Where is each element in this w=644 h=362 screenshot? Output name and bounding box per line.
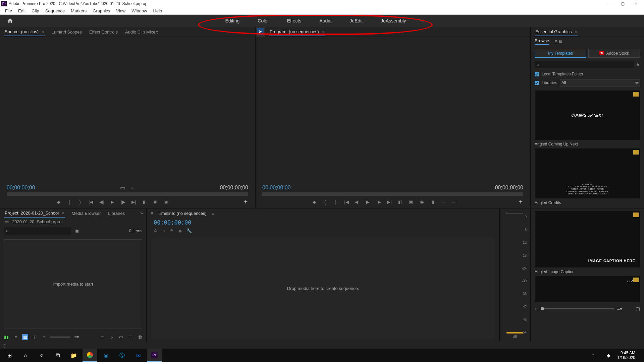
- eg-search-input[interactable]: [535, 61, 634, 68]
- thumb-size-slider[interactable]: [541, 308, 613, 309]
- menu-window[interactable]: Window: [128, 7, 150, 14]
- zoom-slider-thumb-icon[interactable]: ○: [41, 334, 47, 340]
- selection-tool-icon[interactable]: ➤: [257, 28, 264, 35]
- tab-lumetri[interactable]: Lumetri Scopes: [51, 27, 83, 36]
- comparison-icon[interactable]: ◨: [429, 199, 435, 205]
- source-scrubber[interactable]: [7, 192, 248, 196]
- workspace-juedit[interactable]: JuEdit: [343, 15, 369, 27]
- workspace-effects[interactable]: Effects: [281, 15, 308, 27]
- export-frame-icon[interactable]: ◉: [163, 199, 169, 205]
- tab-timeline[interactable]: Timeline: (no sequences) ≡: [157, 209, 215, 217]
- zoom-slider[interactable]: [50, 337, 70, 338]
- prog-step-back-icon[interactable]: ◀|: [354, 199, 360, 205]
- overwrite-icon[interactable]: ▣: [152, 199, 158, 205]
- eg-tab-browse[interactable]: Browse: [535, 38, 549, 45]
- teamviewer-icon[interactable]: ◎: [99, 349, 113, 362]
- find-icon[interactable]: ⌕: [109, 334, 115, 340]
- prog-in-icon[interactable]: {: [322, 199, 328, 205]
- workspace-juassembly[interactable]: JuAssembly: [375, 15, 412, 27]
- minimize-icon[interactable]: —: [602, 0, 616, 7]
- play-icon[interactable]: ▶: [109, 199, 115, 205]
- favorite-icon[interactable]: ★: [636, 62, 640, 67]
- clock[interactable]: 9:45 AM 1/16/2020: [618, 351, 639, 360]
- prog-marker-icon[interactable]: ◆: [311, 199, 317, 205]
- search-taskbar-icon[interactable]: ⌕: [18, 349, 33, 362]
- show-desktop[interactable]: [640, 349, 642, 362]
- prog-out-icon[interactable]: }: [333, 199, 339, 205]
- workspace-overflow-icon[interactable]: »: [418, 18, 425, 23]
- skype-icon[interactable]: Ⓢ: [115, 349, 129, 362]
- sort-icon[interactable]: ≡▾: [74, 334, 80, 340]
- tab-audio-clip-mixer[interactable]: Audio Clip Mixer:: [124, 27, 159, 36]
- menu-sequence[interactable]: Sequence: [42, 7, 68, 14]
- prog-step-fwd-icon[interactable]: |▶: [376, 199, 382, 205]
- menu-graphics[interactable]: Graphics: [90, 7, 113, 14]
- timeline-timecode[interactable]: 00;00;00;00: [147, 217, 499, 227]
- freeform-view-icon[interactable]: ◫: [32, 334, 38, 340]
- workspace-audio[interactable]: Audio: [313, 15, 337, 27]
- source-timecode-left[interactable]: 00;00;00;00: [7, 185, 35, 191]
- tab-program[interactable]: Program: (no sequences)≡: [269, 27, 325, 36]
- in-icon[interactable]: {: [66, 199, 72, 205]
- icon-view-icon[interactable]: ▦: [22, 334, 28, 340]
- template-thumb-4[interactable]: LIVE: [535, 276, 640, 302]
- tab-source[interactable]: Source: (no clips)≡: [4, 27, 45, 36]
- install-template-icon[interactable]: ▢: [636, 306, 640, 311]
- timeline-dropzone[interactable]: Drop media here to create sequence.: [152, 238, 494, 339]
- prog-goto-in2-icon[interactable]: |←: [440, 199, 446, 205]
- close-icon[interactable]: ✕: [629, 0, 643, 7]
- sort-templates-icon[interactable]: ≡▾: [617, 306, 622, 311]
- task-view-icon[interactable]: ⧉: [50, 349, 65, 362]
- step-fwd-icon[interactable]: |▶: [120, 199, 126, 205]
- template-thumb-1[interactable]: COMING UP NEXT: [535, 90, 640, 140]
- add-marker-icon[interactable]: ⚑: [170, 228, 174, 233]
- prog-goto-out2-icon[interactable]: →|: [451, 199, 457, 205]
- timeline-marker-icon[interactable]: ◆: [178, 228, 182, 233]
- tray-app-icon[interactable]: ◆: [601, 349, 616, 362]
- tab-media-browser[interactable]: Media Browser: [71, 209, 102, 217]
- eg-pill-my-templates[interactable]: My Templates: [535, 49, 586, 58]
- extract-icon[interactable]: ▣: [408, 199, 414, 205]
- maximize-icon[interactable]: ▢: [616, 0, 629, 7]
- tab-essential-graphics[interactable]: Essential Graphics≡: [535, 27, 578, 36]
- menu-file[interactable]: File: [2, 7, 15, 14]
- linked-selection-icon[interactable]: ∩: [162, 228, 165, 233]
- list-view-icon[interactable]: ≡: [13, 334, 19, 340]
- menu-view[interactable]: View: [113, 7, 128, 14]
- new-item-icon[interactable]: ▢: [127, 334, 133, 340]
- goto-in-icon[interactable]: |◀: [88, 199, 94, 205]
- template-thumb-3[interactable]: IMAGE CAPTION HERE: [535, 211, 640, 267]
- prog-goto-out-icon[interactable]: ▶|: [386, 199, 392, 205]
- thumb-size-slider-thumb-icon[interactable]: ○: [535, 306, 537, 311]
- premiere-taskbar-icon[interactable]: Pr: [147, 349, 162, 362]
- menu-help[interactable]: Help: [150, 7, 165, 14]
- chrome-icon[interactable]: [83, 349, 97, 362]
- menu-edit[interactable]: Edit: [15, 7, 29, 14]
- menu-markers[interactable]: Markers: [68, 7, 90, 14]
- template-thumb-2[interactable]: COMPANYTITLE OF FILM · DIRECTOR · PRODUC…: [535, 148, 640, 198]
- tab-libraries[interactable]: Libraries: [107, 209, 125, 217]
- automate-icon[interactable]: ▭: [99, 334, 105, 340]
- chk-local-templates[interactable]: [535, 72, 539, 76]
- new-bin-icon[interactable]: ▭: [118, 334, 124, 340]
- start-icon[interactable]: ⊞: [2, 349, 17, 362]
- project-dropzone[interactable]: Import media to start: [4, 239, 142, 328]
- delete-icon[interactable]: 🗑: [137, 334, 143, 340]
- out-icon[interactable]: }: [77, 199, 83, 205]
- close-timeline-icon[interactable]: ×: [151, 211, 153, 215]
- step-back-icon[interactable]: ◀|: [99, 199, 105, 205]
- menu-clip[interactable]: Clip: [29, 7, 42, 14]
- prog-play-icon[interactable]: ▶: [365, 199, 371, 205]
- program-scrubber[interactable]: [262, 192, 523, 196]
- workspace-editing[interactable]: Editing: [219, 15, 246, 27]
- tray-overflow-icon[interactable]: ⌃: [585, 349, 600, 362]
- insert-icon[interactable]: ◧: [142, 199, 148, 205]
- home-icon[interactable]: [7, 17, 13, 24]
- file-explorer-icon[interactable]: 📁: [66, 349, 81, 362]
- libraries-select[interactable]: All: [560, 79, 640, 86]
- eg-pill-adobe-stock[interactable]: StAdobe Stock: [588, 49, 640, 58]
- snap-icon[interactable]: ✲: [154, 228, 157, 233]
- eg-tab-edit[interactable]: Edit: [554, 39, 562, 44]
- assembly-footage-icon[interactable]: ▮▮: [3, 334, 9, 340]
- tab-project[interactable]: Project: 2020-01-20_School≡: [4, 208, 65, 218]
